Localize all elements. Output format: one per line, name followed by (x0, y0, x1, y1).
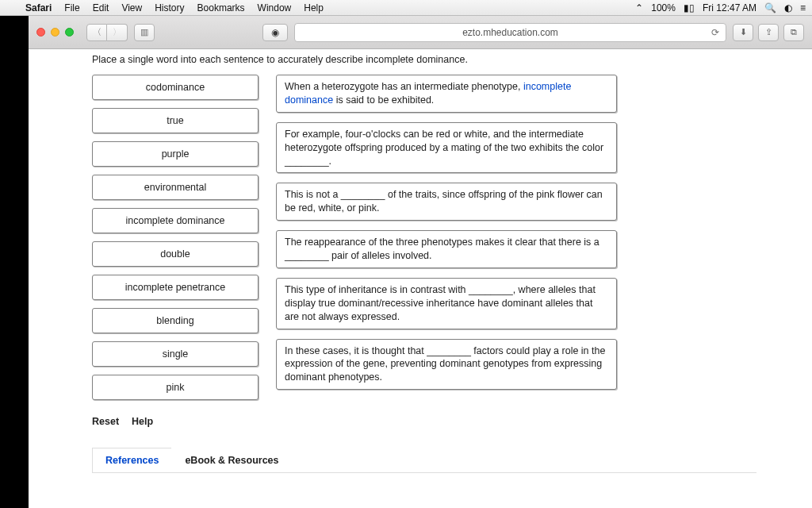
choice-item[interactable]: pink (92, 375, 259, 400)
battery-icon: ▮▯ (684, 2, 695, 13)
nav-back-forward: 〈 〉 (86, 24, 128, 41)
mac-menubar: Safari File Edit View History Bookmarks … (0, 0, 812, 16)
bottom-tabs: References eBook & Resources (92, 448, 756, 473)
wifi-icon[interactable]: ⌃ (635, 2, 643, 13)
menu-history[interactable]: History (148, 2, 190, 13)
tab-ebook[interactable]: eBook & Resources (171, 448, 292, 472)
downloads-button[interactable]: ⬇ (733, 24, 753, 41)
zoom-window-button[interactable] (65, 28, 74, 37)
reader-button[interactable]: ◉ (262, 24, 288, 41)
menu-file[interactable]: File (58, 2, 86, 13)
instruction-text: Place a single word into each sentence t… (92, 54, 756, 65)
sidebar-toggle-button[interactable]: ▥ (134, 24, 155, 41)
url-bar[interactable]: ezto.mheducation.com ⟳ (294, 23, 726, 42)
sentence-text: This type of inheritance is in contrast … (285, 284, 596, 322)
reset-button[interactable]: Reset (92, 416, 119, 427)
battery-percent: 100% (651, 2, 676, 13)
tab-references[interactable]: References (92, 448, 172, 472)
sentence-drop-target[interactable]: In these cases, it is thought that _____… (276, 339, 617, 391)
choice-item[interactable]: incomplete dominance (92, 208, 259, 233)
menu-bookmarks[interactable]: Bookmarks (191, 2, 251, 13)
url-text: ezto.mheducation.com (462, 27, 558, 38)
menu-help[interactable]: Help (297, 2, 330, 13)
page-content: Place a single word into each sentence t… (29, 49, 812, 508)
sentence-text: For example, four-o'clocks can be red or… (285, 129, 603, 167)
forward-button[interactable]: 〉 (107, 24, 128, 41)
sentence-text: is said to be exhibited. (333, 94, 434, 106)
share-button[interactable]: ⇪ (758, 24, 779, 41)
sentence-targets: When a heterozygote has an intermediate … (276, 75, 617, 390)
clock: Fri 12:47 AM (703, 2, 756, 13)
sentence-drop-target[interactable]: The reappearance of the three phenotypes… (276, 230, 617, 268)
tabs-button[interactable]: ⧉ (783, 24, 804, 41)
spotlight-icon[interactable]: 🔍 (764, 2, 776, 13)
sentence-drop-target[interactable]: This type of inheritance is in contrast … (276, 278, 617, 329)
sentence-text: This is not a ________ of the traits, si… (285, 189, 603, 214)
choice-item[interactable]: true (92, 108, 259, 133)
choice-item[interactable]: incomplete penetrance (92, 275, 259, 300)
reload-icon[interactable]: ⟳ (711, 27, 719, 38)
choice-item[interactable]: environmental (92, 175, 259, 200)
choice-item[interactable]: codominance (92, 75, 259, 100)
choice-item[interactable]: double (92, 241, 259, 267)
choice-item[interactable]: blending (92, 308, 259, 333)
menu-window[interactable]: Window (251, 2, 298, 13)
sentence-text: When a heterozygote has an intermediate … (285, 81, 523, 92)
sentence-text: The reappearance of the three phenotypes… (285, 237, 599, 261)
menu-extras-icon[interactable]: ≡ (800, 2, 806, 13)
app-name[interactable]: Safari (19, 2, 58, 13)
back-button[interactable]: 〈 (86, 24, 107, 41)
menu-edit[interactable]: Edit (86, 2, 116, 13)
help-button[interactable]: Help (132, 416, 153, 427)
sentence-text: In these cases, it is thought that _____… (285, 345, 605, 383)
word-bank: codominance true purple environmental in… (92, 75, 259, 400)
window-controls (36, 28, 74, 37)
choice-item[interactable]: single (92, 341, 259, 367)
menu-view[interactable]: View (115, 2, 148, 13)
minimize-window-button[interactable] (51, 28, 59, 37)
sentence-drop-target[interactable]: When a heterozygote has an intermediate … (276, 75, 617, 113)
sentence-drop-target[interactable]: For example, four-o'clocks can be red or… (276, 122, 617, 174)
close-window-button[interactable] (36, 28, 45, 37)
left-black-strip (0, 16, 29, 508)
choice-item[interactable]: purple (92, 141, 259, 167)
sentence-drop-target[interactable]: This is not a ________ of the traits, si… (276, 183, 617, 221)
browser-toolbar: 〈 〉 ▥ ◉ ezto.mheducation.com ⟳ ⬇ ⇪ ⧉ (29, 16, 812, 49)
notification-center-icon[interactable]: ◐ (784, 2, 792, 13)
